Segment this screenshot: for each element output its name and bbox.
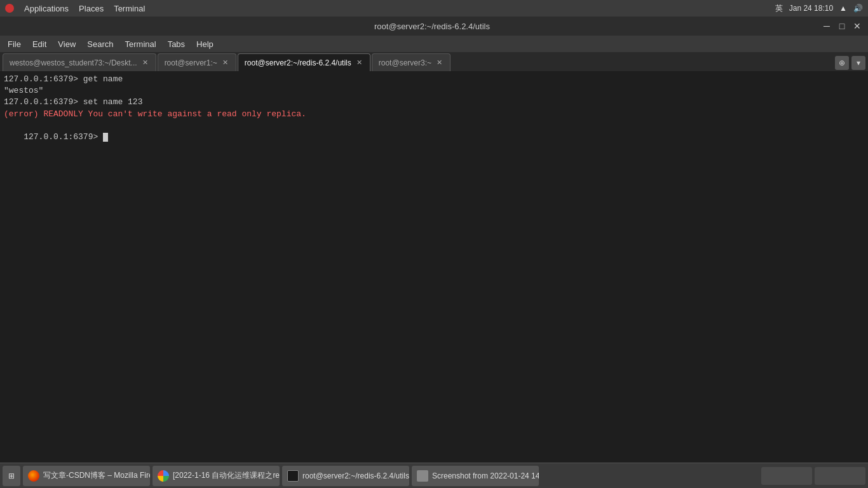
- tab-label: root@server2:~/redis-6.2.4/utils: [245, 58, 351, 67]
- chrome-icon: [158, 470, 169, 482]
- menu-edit[interactable]: Edit: [27, 38, 51, 50]
- taskbar-empty-slot-1: [761, 467, 812, 485]
- tab-westos[interactable]: westos@westos_student73:~/Deskt... ✕: [3, 53, 156, 71]
- tab-close-server3[interactable]: ✕: [435, 58, 444, 67]
- places-menu[interactable]: Places: [79, 4, 104, 13]
- taskbar-right: [761, 467, 865, 485]
- firefox-label: 写文章-CSDN博客 – Mozilla Firefox: [43, 470, 150, 481]
- terminal-prompt: 127.0.0.1:6379>: [4, 120, 864, 155]
- datetime-display: Jan 24 18:10: [789, 4, 833, 13]
- applications-menu[interactable]: Applications: [24, 4, 69, 13]
- system-bar-left: Applications Places Terminal: [5, 4, 145, 13]
- menu-search[interactable]: Search: [82, 38, 118, 50]
- taskbar-terminal[interactable]: root@server2:~/redis-6.2.4/utils: [282, 466, 409, 486]
- tab-dropdown-button[interactable]: ▾: [851, 56, 865, 70]
- app-icon: [5, 4, 14, 13]
- taskbar: ⊞ 写文章-CSDN博客 – Mozilla Firefox [2022-1-1…: [0, 463, 868, 488]
- maximize-button[interactable]: □: [836, 20, 848, 32]
- menu-view[interactable]: View: [53, 38, 81, 50]
- terminal-cursor: [103, 133, 108, 142]
- tab-server1[interactable]: root@server1:~ ✕: [158, 53, 236, 71]
- language-indicator: 英: [775, 3, 783, 14]
- terminal-label: root@server2:~/redis-6.2.4/utils: [302, 471, 409, 480]
- tab-label: root@server1:~: [165, 58, 217, 67]
- screenshot-icon: [417, 470, 428, 482]
- volume-icon: 🔊: [853, 4, 863, 13]
- tab-close-server2[interactable]: ✕: [355, 58, 363, 67]
- terminal-line-1: 127.0.0.1:6379> get name: [4, 74, 864, 85]
- tab-close-server1[interactable]: ✕: [221, 58, 229, 67]
- firefox-icon: [28, 470, 39, 482]
- taskbar-firefox[interactable]: 写文章-CSDN博客 – Mozilla Firefox: [23, 466, 150, 486]
- chrome-label: [2022-1-16 自动化运维课程之redis...: [173, 470, 280, 481]
- tab-server3[interactable]: root@server3:~ ✕: [372, 53, 451, 71]
- wifi-icon: ▲: [839, 4, 847, 13]
- terminal-output[interactable]: 127.0.0.1:6379> get name "westos" 127.0.…: [0, 71, 868, 463]
- system-bar-right: 英 Jan 24 18:10 ▲ 🔊: [775, 3, 863, 14]
- menu-help[interactable]: Help: [191, 38, 219, 50]
- show-desktop-icon: ⊞: [8, 471, 15, 480]
- tabs-bar: westos@westos_student73:~/Deskt... ✕ roo…: [0, 52, 868, 71]
- window-controls: ─ □ ✕: [821, 20, 863, 32]
- minimize-button[interactable]: ─: [821, 20, 832, 32]
- tab-close-westos[interactable]: ✕: [141, 58, 149, 67]
- window-title: root@server2:~/redis-6.2.4/utils: [43, 22, 821, 31]
- taskbar-screenshot[interactable]: Screenshot from 2022-01-24 14-2...: [412, 466, 539, 486]
- terminal-menu[interactable]: Terminal: [114, 4, 145, 13]
- menu-bar: File Edit View Search Terminal Tabs Help: [0, 36, 868, 52]
- menu-file[interactable]: File: [3, 38, 26, 50]
- title-bar: root@server2:~/redis-6.2.4/utils ─ □ ✕: [0, 17, 868, 36]
- terminal-line-3: 127.0.0.1:6379> set name 123: [4, 97, 864, 108]
- tabs-controls: ⊕ ▾: [835, 56, 865, 71]
- menu-tabs[interactable]: Tabs: [163, 38, 190, 50]
- new-tab-button[interactable]: ⊕: [835, 56, 849, 70]
- close-button[interactable]: ✕: [851, 20, 863, 32]
- tab-label: root@server3:~: [379, 58, 431, 67]
- taskbar-empty-slot-2: [815, 467, 865, 485]
- tab-label: westos@westos_student73:~/Deskt...: [10, 58, 137, 67]
- taskbar-show-desktop[interactable]: ⊞: [3, 466, 20, 486]
- system-bar: Applications Places Terminal 英 Jan 24 18…: [0, 0, 868, 17]
- tab-server2[interactable]: root@server2:~/redis-6.2.4/utils ✕: [238, 53, 370, 71]
- menu-terminal[interactable]: Terminal: [120, 38, 161, 50]
- terminal-line-2: "westos": [4, 85, 864, 97]
- terminal-line-error: (error) READONLY You can't write against…: [4, 109, 864, 120]
- terminal-icon: [287, 470, 299, 482]
- taskbar-chrome[interactable]: [2022-1-16 自动化运维课程之redis...: [153, 466, 280, 486]
- screenshot-label: Screenshot from 2022-01-24 14-2...: [432, 471, 539, 480]
